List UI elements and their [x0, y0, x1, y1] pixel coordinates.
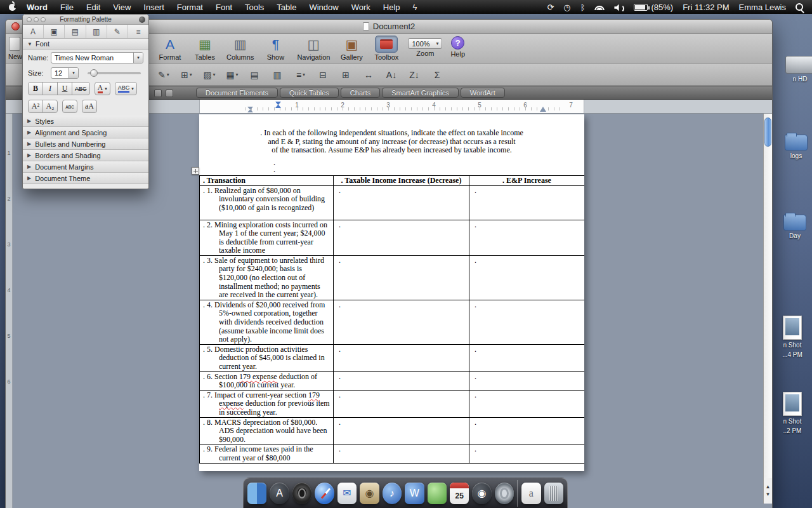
change-case-button[interactable]: aA — [82, 100, 97, 113]
formatting-tool-icon[interactable]: A — [23, 25, 44, 38]
slider-thumb[interactable] — [90, 69, 98, 77]
gallery-tab[interactable]: Charts — [341, 88, 380, 98]
gallery-tab[interactable]: Document Elements — [196, 88, 278, 98]
document-page[interactable]: . In each of the following independent s… — [199, 114, 584, 471]
transaction-cell[interactable]: . 5. Domestic production activities dedu… — [200, 344, 334, 371]
battery-status[interactable]: (85%) — [634, 3, 673, 12]
time-machine-icon[interactable]: ◷ — [563, 3, 570, 12]
bold-button[interactable]: B — [28, 82, 43, 95]
user-menu[interactable]: Emma Lewis — [739, 3, 786, 12]
desktop-icon[interactable]: n Shot ..2 PM — [774, 392, 811, 435]
trash-dock-icon[interactable] — [544, 483, 563, 504]
sort-descending-button[interactable]: Z↓ — [407, 68, 423, 82]
transaction-cell[interactable]: . 9. Federal income taxes paid in the cu… — [200, 444, 334, 463]
distribute-rows-button[interactable]: ⊟ — [315, 68, 332, 82]
menubar-item[interactable]: Table — [270, 0, 303, 14]
chevron-down-icon[interactable]: ▾ — [105, 86, 107, 91]
ichat-dock-icon[interactable] — [428, 483, 447, 504]
navigation-toolbar-button[interactable]: ◫ Navigation — [297, 34, 330, 61]
palette-window-buttons[interactable] — [27, 17, 46, 22]
ep-increase-cell[interactable]: . — [469, 371, 585, 390]
citations-icon[interactable]: ▤ — [65, 25, 86, 38]
menubar-item[interactable]: Help — [377, 0, 407, 14]
ep-increase-cell[interactable]: . — [469, 185, 585, 220]
ep-increase-cell[interactable]: . — [469, 220, 585, 255]
desktop-icon-image[interactable] — [783, 215, 806, 231]
ep-increase-cell[interactable]: . — [469, 390, 585, 417]
safari-dock-icon[interactable] — [315, 483, 334, 504]
compatibility-report-icon[interactable]: ≡ — [128, 25, 148, 38]
merge-cells-button[interactable]: ▤ — [247, 68, 263, 82]
transaction-cell[interactable]: . 4. Dividends of $20,000 received from … — [200, 300, 334, 344]
taxable-income-cell[interactable]: . — [334, 220, 469, 255]
subscript-button[interactable]: A₂ — [43, 100, 58, 113]
font-size-slider[interactable] — [88, 72, 141, 74]
font-section-header[interactable]: ▼ Font — [23, 39, 148, 50]
ep-increase-cell[interactable]: . — [469, 417, 585, 444]
font-name-combobox[interactable]: Times New Roman ▾ — [51, 52, 143, 64]
taxable-income-cell[interactable]: . — [334, 344, 469, 371]
object-palette-icon[interactable]: ▣ — [44, 25, 65, 38]
ep-increase-cell[interactable]: . — [469, 444, 585, 463]
menubar-item[interactable]: File — [54, 0, 80, 14]
format-toolbar-button[interactable]: A Format — [157, 34, 183, 61]
desktop-icon-image[interactable] — [783, 392, 802, 416]
vertical-scrollbar[interactable] — [763, 114, 772, 478]
insert-table-button[interactable]: ▦ ▾ — [224, 68, 240, 82]
transaction-cell[interactable]: . 6. Section 179 expense deduction of $1… — [200, 371, 334, 390]
apple-menu-icon[interactable] — [9, 4, 16, 11]
header-transaction[interactable]: . Transaction — [200, 175, 334, 185]
textedit-dock-icon[interactable]: a — [521, 483, 540, 504]
taxable-income-cell[interactable]: . — [334, 300, 469, 344]
menubar-item[interactable]: Font — [209, 0, 239, 14]
transaction-cell[interactable]: . 7. Impact of current-year section 179 … — [200, 390, 334, 417]
menubar-item[interactable]: Window — [303, 0, 344, 14]
gallery-tab[interactable]: Quick Tables — [280, 88, 339, 98]
zoom-control[interactable]: 100%▾ Zoom — [408, 34, 442, 57]
menubar-clock[interactable]: Fri 11:32 PM — [683, 3, 729, 12]
ep-increase-cell[interactable]: . — [469, 344, 585, 371]
strikethrough-button[interactable]: ABC — [72, 82, 90, 95]
desktop-icon[interactable]: Day — [776, 215, 812, 240]
sort-ascending-button[interactable]: A↓ — [384, 68, 400, 82]
columns-toolbar-button[interactable]: ▥ Columns — [226, 34, 254, 61]
menubar-item[interactable]: View — [107, 0, 137, 14]
italic-button[interactable]: I — [43, 82, 58, 95]
small-caps-button[interactable]: ᴀʙᴄ — [62, 100, 77, 113]
word-dock-icon[interactable]: W — [405, 483, 424, 504]
taxable-income-cell[interactable]: . — [334, 255, 469, 300]
spotlight-icon[interactable] — [796, 3, 803, 11]
transaction-cell[interactable]: . 1. Realized gain of $80,000 on involun… — [200, 185, 334, 220]
taxable-income-cell[interactable]: . — [334, 185, 469, 220]
script-menu-icon[interactable]: ϟ — [407, 3, 424, 12]
desktop-icon-image[interactable] — [785, 135, 808, 150]
font-color-button[interactable]: A▾ — [95, 82, 110, 95]
wifi-icon[interactable] — [594, 4, 605, 10]
draw-borders-button[interactable]: ✎ ▾ — [155, 68, 172, 82]
distribute-columns-button[interactable]: ⊞ — [338, 68, 355, 82]
desktop-icon[interactable]: logs — [778, 135, 812, 160]
photo-booth-dock-icon[interactable] — [292, 483, 311, 504]
new-document-icon[interactable] — [9, 37, 20, 51]
menubar-item[interactable]: Format — [171, 0, 209, 14]
transaction-cell[interactable]: . 8. MACRS depreciation of $80,000. ADS … — [200, 417, 334, 444]
header-taxable-income[interactable]: . Taxable Income Increase (Decrease) — [334, 175, 469, 185]
scrollbar-thumb[interactable] — [764, 117, 771, 147]
chevron-down-icon[interactable]: ▾ — [69, 68, 78, 78]
palette-section-header[interactable]: ▶ Alignment and Spacing — [23, 127, 148, 138]
system-preferences-dock-icon[interactable] — [495, 483, 514, 504]
ep-increase-cell[interactable]: . — [469, 300, 585, 344]
palette-section-header[interactable]: ▶ Document Theme — [23, 173, 148, 184]
reference-tools-icon[interactable]: ✎ — [107, 25, 128, 38]
autosum-button[interactable]: Σ — [429, 68, 446, 82]
desktop-icon[interactable]: n HD — [782, 56, 812, 83]
gallery-tab[interactable]: SmartArt Graphics — [382, 88, 458, 98]
dock-divider[interactable] — [517, 480, 518, 507]
volume-icon[interactable] — [614, 4, 624, 11]
superscript-button[interactable]: A² — [28, 100, 43, 113]
palette-titlebar[interactable]: Formatting Palette — [23, 15, 148, 25]
scroll-up-arrow[interactable]: ▲ — [766, 485, 771, 490]
chevron-down-icon[interactable]: ▾ — [133, 53, 143, 63]
palette-section-header[interactable]: ▶ Borders and Shading — [23, 150, 148, 161]
finder-dock-icon[interactable] — [247, 483, 266, 504]
